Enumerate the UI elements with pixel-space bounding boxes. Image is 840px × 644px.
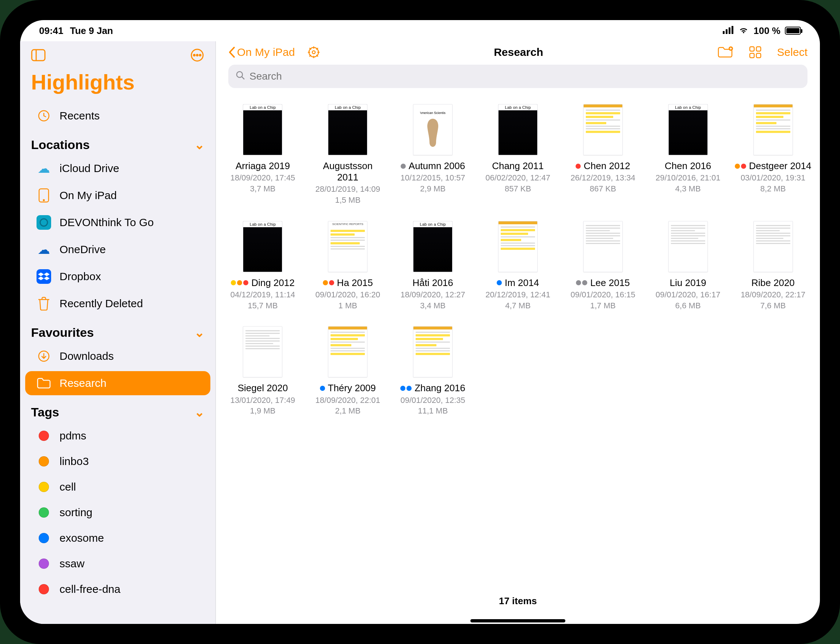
file-name: Autumn 2006 [409,160,465,172]
favourites-header[interactable]: Favourites ⌄ [20,317,215,343]
back-button[interactable]: On My iPad [228,46,295,58]
file-item[interactable]: Chang 2011 06/02/2020, 12:47857 KB [476,102,561,219]
svg-point-8 [197,54,198,56]
tag-dots [576,164,581,169]
file-name: Lee 2015 [590,277,630,289]
sidebar-tag-linbo3[interactable]: linbo3 [25,449,210,473]
file-thumbnail: American Scientist [413,104,453,155]
file-thumbnail [753,221,793,272]
sidebar-item-dropbox[interactable]: Dropbox [25,264,210,289]
svg-rect-33 [756,47,761,51]
file-item[interactable]: Håti 2016 18/09/2020, 12:273,4 MB [390,219,476,324]
search-field[interactable] [249,71,800,82]
download-icon [36,348,51,364]
file-thumbnail [243,104,282,155]
file-item[interactable]: American Scientist Autumn 2006 10/12/201… [390,102,476,219]
file-meta: 18/09/2020, 12:273,4 MB [400,289,465,311]
sidebar-item-devonthink[interactable]: DEVONthink To Go [25,210,210,235]
file-item[interactable]: Destgeer 2014 03/01/2020, 19:318,2 MB [730,102,815,219]
status-bar: 09:41 Tue 9 Jan 100 % [20,20,820,41]
file-thumbnail [243,221,282,272]
file-thumbnail [413,221,453,272]
file-meta: 10/12/2015, 10:572,9 MB [400,172,465,194]
file-thumbnail [243,326,282,377]
file-item[interactable]: Lee 2015 09/01/2020, 16:151,7 MB [560,219,645,324]
file-meta: 09/01/2020, 16:176,6 MB [656,289,720,311]
svg-rect-15 [36,269,51,284]
file-item[interactable]: Chen 2016 29/10/2016, 21:014,3 MB [645,102,730,219]
file-item[interactable]: Siegel 2020 13/01/2020, 17:491,9 MB [220,324,305,430]
toolbar: On My iPad Research Select [216,41,820,61]
file-name: Destgeer 2014 [749,160,812,172]
dropbox-icon [36,269,51,284]
devonthink-icon [36,215,51,230]
page-title: Research [327,46,710,58]
sidebar-tag-ssaw[interactable]: ssaw [25,552,210,576]
tag-dots [320,386,325,391]
settings-gear-icon[interactable] [307,46,320,58]
tags-header[interactable]: Tags ⌄ [20,397,215,422]
file-item[interactable]: Arriaga 2019 18/09/2020, 17:453,7 MB [220,102,305,219]
file-meta: 09/01/2020, 16:151,7 MB [571,289,635,311]
sidebar-item-label: sorting [59,506,199,519]
file-meta: 20/12/2019, 12:414,7 MB [486,289,550,311]
sidebar-tag-exosome[interactable]: exosome [25,526,210,550]
sidebar-tag-sorting[interactable]: sorting [25,501,210,524]
tag-dot-icon [36,505,51,520]
file-name: Chang 2011 [492,160,544,172]
file-meta: 26/12/2019, 13:34867 KB [571,172,635,194]
locations-header[interactable]: Locations ⌄ [20,129,215,155]
search-input[interactable] [228,65,807,88]
status-date: Tue 9 Jan [70,25,113,36]
file-meta: 18/09/2020, 17:453,7 MB [230,172,295,194]
svg-text:American Scientist: American Scientist [420,111,446,115]
sidebar-toggle-icon[interactable] [31,49,46,61]
file-name: Im 2014 [505,277,539,289]
file-item[interactable]: Zhang 2016 09/01/2020, 12:3511,1 MB [390,324,476,430]
tag-dot-icon [36,582,51,597]
sidebar-tag-cell[interactable]: cell [25,475,210,499]
sidebar-item-research[interactable]: Research [25,371,210,395]
clock-icon [36,108,51,123]
svg-point-36 [237,72,243,77]
sidebar-item-recents[interactable]: Recents [25,104,210,128]
file-item[interactable]: SCIENTIFIC REPORTS Ha 2015 09/01/2020, 1… [305,219,390,324]
file-name: Zhang 2016 [415,383,465,394]
tag-dots [497,280,502,285]
icloud-icon: ☁︎ [36,161,51,176]
file-name: Arriaga 2019 [236,160,290,172]
svg-rect-35 [756,53,761,58]
file-thumbnail [498,221,538,272]
select-button[interactable]: Select [777,46,807,58]
status-time: 09:41 [39,25,64,36]
new-folder-icon[interactable] [717,46,733,59]
tag-dots [400,164,406,169]
sidebar-tag-cell-free-dna[interactable]: cell-free-dna [25,577,210,601]
tag-dot-icon [36,428,51,444]
ipad-icon [36,188,51,203]
file-item[interactable]: Ribe 2020 18/09/2020, 22:177,6 MB [730,219,815,324]
file-meta: 29/10/2016, 21:014,3 MB [656,172,720,194]
file-item[interactable]: Chen 2012 26/12/2019, 13:34867 KB [560,102,645,219]
file-item[interactable]: Théry 2009 18/09/2020, 22:012,1 MB [305,324,390,430]
view-mode-icon[interactable] [749,46,762,59]
file-item[interactable]: Augustsson 2011 28/01/2019, 14:091,5 MB [305,102,390,219]
more-icon[interactable] [190,48,205,62]
svg-rect-1 [726,29,727,34]
file-item[interactable]: Liu 2019 09/01/2020, 16:176,6 MB [645,219,730,324]
sidebar-item-downloads[interactable]: Downloads [25,344,210,368]
battery-pct: 100 % [753,25,781,36]
sidebar-item-icloud[interactable]: ☁︎ iCloud Drive [25,156,210,181]
file-item[interactable]: Ding 2012 04/12/2019, 11:1415,7 MB [220,219,305,324]
file-item[interactable]: Im 2014 20/12/2019, 12:414,7 MB [476,219,561,324]
sidebar-item-onedrive[interactable]: ☁︎ OneDrive [25,237,210,261]
sidebar: Highlights Recents Locations ⌄ ☁︎ iCloud… [20,41,216,624]
sidebar-item-on-my-ipad[interactable]: On My iPad [25,183,210,207]
sidebar-item-recently-deleted[interactable]: Recently Deleted [25,291,210,315]
file-thumbnail [583,104,623,155]
sidebar-tag-pdms[interactable]: pdms [25,424,210,448]
file-thumbnail: SCIENTIFIC REPORTS [328,221,368,272]
folder-icon [36,376,51,391]
chevron-down-icon: ⌄ [194,325,205,340]
tag-dots [400,386,412,391]
